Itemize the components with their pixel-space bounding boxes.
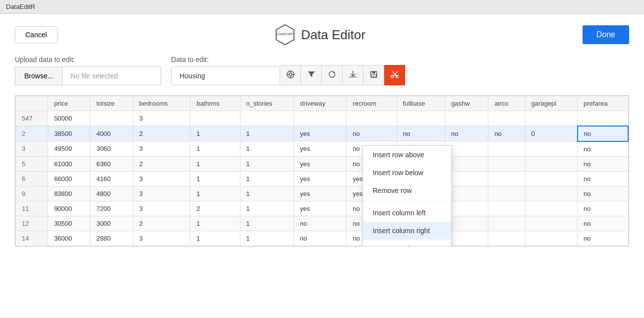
- table-row[interactable]: 14360002880311nonono: [16, 231, 629, 246]
- table-row[interactable]: 3495003060311yesnono: [16, 141, 629, 157]
- cell-prefarea[interactable]: no: [578, 186, 629, 201]
- cell-recroom[interactable]: no: [347, 126, 397, 141]
- cell-bathrms[interactable]: 1: [190, 231, 240, 246]
- cell-lotsize[interactable]: 4800: [90, 186, 133, 201]
- context-menu-item-remove-col[interactable]: Remove column: [363, 240, 451, 247]
- cell-price[interactable]: 83800: [48, 186, 90, 201]
- cell-prefarea[interactable]: no: [578, 231, 629, 246]
- cell-bathrms[interactable]: 1: [190, 126, 240, 141]
- cell-prefarea[interactable]: no: [578, 126, 629, 141]
- cell-bedrooms[interactable]: 3: [133, 141, 190, 157]
- cell-bedrooms[interactable]: 2: [133, 156, 190, 171]
- cell-driveway[interactable]: yes: [293, 201, 346, 216]
- cell-n_stories[interactable]: 1: [240, 171, 293, 186]
- cell-gashw[interactable]: no: [445, 126, 488, 141]
- cell-fullbase[interactable]: [397, 111, 445, 126]
- cell-id[interactable]: 2: [16, 126, 48, 141]
- cell-n_stories[interactable]: 1: [240, 126, 293, 141]
- cell-bedrooms[interactable]: 2: [133, 216, 190, 231]
- cell-garagepl[interactable]: [525, 156, 577, 171]
- cell-recroom[interactable]: [347, 111, 397, 126]
- cell-driveway[interactable]: [293, 111, 346, 126]
- cell-lotsize[interactable]: 2880: [90, 231, 133, 246]
- cell-airco[interactable]: [488, 231, 525, 246]
- table-row[interactable]: 11900007200321yesnono: [16, 201, 629, 216]
- cell-bathrms[interactable]: [190, 111, 240, 126]
- data-name-input[interactable]: [171, 66, 280, 85]
- context-menu-item-insert-row-above[interactable]: Insert row above: [363, 146, 451, 164]
- cell-bedrooms[interactable]: 3: [133, 186, 190, 201]
- cell-id[interactable]: 3: [16, 141, 48, 157]
- cell-garagepl[interactable]: [525, 171, 577, 186]
- cell-bathrms[interactable]: 1: [190, 171, 240, 186]
- cell-lotsize[interactable]: 6360: [90, 156, 133, 171]
- cell-lotsize[interactable]: 3060: [90, 141, 133, 157]
- cell-garagepl[interactable]: [525, 111, 577, 126]
- cell-lotsize[interactable]: 4000: [90, 126, 133, 141]
- table-row[interactable]: 5610006360211yesnono: [16, 156, 629, 171]
- cell-bedrooms[interactable]: 2: [133, 126, 190, 141]
- cell-bathrms[interactable]: 2: [190, 201, 240, 216]
- cell-id[interactable]: 6: [16, 171, 48, 186]
- cell-driveway[interactable]: yes: [293, 186, 346, 201]
- cell-airco[interactable]: no: [488, 126, 525, 141]
- cell-driveway[interactable]: yes: [293, 126, 346, 141]
- cell-id[interactable]: 11: [16, 201, 48, 216]
- cell-garagepl[interactable]: [525, 216, 577, 231]
- cell-airco[interactable]: [488, 201, 525, 216]
- cell-garagepl[interactable]: [525, 201, 577, 216]
- filter-icon-button[interactable]: [301, 65, 322, 85]
- cell-fullbase[interactable]: no: [397, 126, 445, 141]
- cell-n_stories[interactable]: [240, 111, 293, 126]
- cell-prefarea[interactable]: no: [578, 201, 629, 216]
- cell-id[interactable]: 5: [16, 156, 48, 171]
- refresh-icon-button[interactable]: [322, 65, 343, 85]
- cell-bathrms[interactable]: 1: [190, 186, 240, 201]
- cell-n_stories[interactable]: 1: [240, 186, 293, 201]
- cell-prefarea[interactable]: no: [578, 141, 629, 157]
- cell-n_stories[interactable]: 1: [240, 216, 293, 231]
- cell-garagepl[interactable]: [525, 141, 577, 157]
- cell-n_stories[interactable]: 1: [240, 156, 293, 171]
- cell-airco[interactable]: [488, 216, 525, 231]
- cell-lotsize[interactable]: 3000: [90, 216, 133, 231]
- cell-driveway[interactable]: yes: [293, 141, 346, 157]
- cell-price[interactable]: 30500: [48, 216, 90, 231]
- cell-bedrooms[interactable]: 3: [133, 231, 190, 246]
- cell-bathrms[interactable]: 1: [190, 141, 240, 157]
- cell-airco[interactable]: [488, 156, 525, 171]
- cell-garagepl[interactable]: [525, 186, 577, 201]
- context-menu-item-remove-row[interactable]: Remove row: [363, 182, 451, 199]
- cell-price[interactable]: 90000: [48, 201, 90, 216]
- context-menu-item-insert-col-left[interactable]: Insert column left: [363, 204, 451, 222]
- cell-price[interactable]: 66000: [48, 171, 90, 186]
- cell-prefarea[interactable]: no: [578, 171, 629, 186]
- cell-driveway[interactable]: no: [293, 216, 346, 231]
- cell-id[interactable]: 9: [16, 186, 48, 201]
- cell-bedrooms[interactable]: 3: [133, 201, 190, 216]
- cell-bathrms[interactable]: 1: [190, 156, 240, 171]
- cell-driveway[interactable]: no: [293, 231, 346, 246]
- cancel-button[interactable]: Cancel: [15, 26, 58, 43]
- cut-icon-button[interactable]: [384, 65, 405, 85]
- cell-lotsize[interactable]: 7200: [90, 201, 133, 216]
- save-icon-button[interactable]: [363, 65, 384, 85]
- table-row[interactable]: 547500003: [16, 111, 629, 126]
- cell-driveway[interactable]: yes: [293, 171, 346, 186]
- cell-airco[interactable]: [488, 111, 525, 126]
- cell-price[interactable]: 50000: [48, 111, 90, 126]
- cell-id[interactable]: 547: [16, 111, 48, 126]
- cell-bedrooms[interactable]: 3: [133, 171, 190, 186]
- cell-airco[interactable]: [488, 141, 525, 157]
- target-icon-button[interactable]: [280, 65, 301, 85]
- context-menu-item-insert-row-below[interactable]: Insert row below: [363, 164, 451, 182]
- cell-id[interactable]: 12: [16, 216, 48, 231]
- cell-lotsize[interactable]: 4160: [90, 171, 133, 186]
- cell-n_stories[interactable]: 1: [240, 141, 293, 157]
- cell-n_stories[interactable]: 1: [240, 201, 293, 216]
- table-row[interactable]: 12305003000211nonono: [16, 216, 629, 231]
- table-row[interactable]: 6660004160311yesyesno: [16, 171, 629, 186]
- cell-bedrooms[interactable]: 3: [133, 111, 190, 126]
- cell-garagepl[interactable]: [525, 231, 577, 246]
- cell-prefarea[interactable]: no: [578, 156, 629, 171]
